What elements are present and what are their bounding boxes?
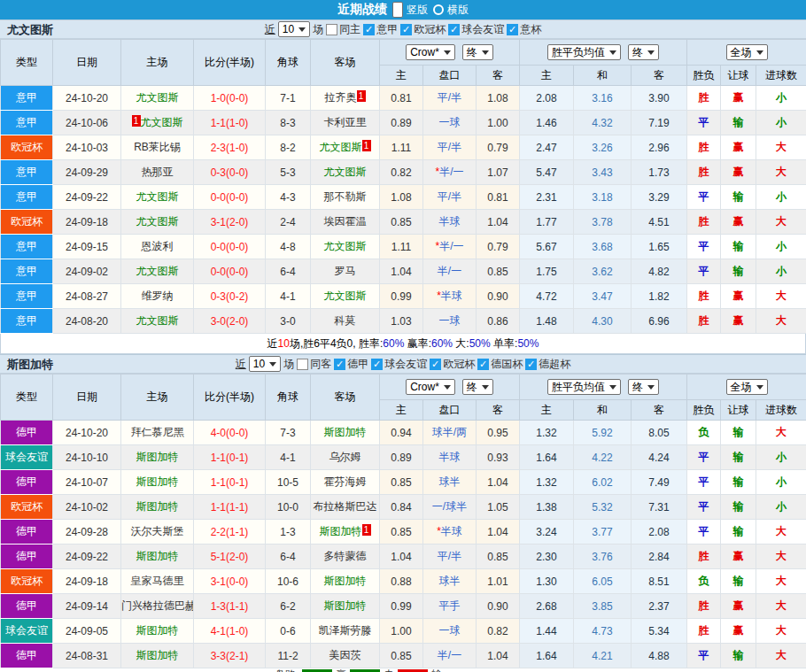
checkbox-icon[interactable]: ✓ — [334, 359, 345, 370]
table-row: 欧冠杯 24-09-18 皇家马德里 3-1(0-0) 10-6 斯图加特 0.… — [1, 569, 806, 594]
league-filter-0-2[interactable]: ✓球会友谊 — [448, 22, 504, 37]
odds-time-select[interactable]: 终 — [462, 44, 493, 60]
away-team[interactable]: 斯图加特1 — [311, 520, 380, 545]
odds-away: 1.04 — [477, 470, 520, 495]
corners: 10-0 — [266, 495, 311, 520]
result-wdl: 胜 — [687, 309, 721, 334]
league-filter-1-3[interactable]: ✓德国杯 — [477, 357, 523, 372]
checkbox-icon[interactable]: ✓ — [525, 359, 537, 370]
table-row: 意甲 24-09-15 恩波利 0-0(0-0) 4-8 尤文图斯 1.11 *… — [1, 235, 806, 259]
odds-home: 0.85 — [380, 470, 423, 495]
team-name: 尤文图斯 — [136, 314, 179, 327]
match-count-select[interactable]: 10 — [249, 356, 281, 372]
away-team[interactable]: 凯泽斯劳滕 — [311, 619, 380, 644]
mean-time-select[interactable]: 终 — [628, 44, 659, 60]
away-team[interactable]: 尤文图斯 — [311, 235, 380, 259]
league-filter-1-4[interactable]: ✓德超杯 — [525, 357, 570, 372]
league-filter-0-0[interactable]: ✓意甲 — [363, 22, 398, 37]
layout-radio-vertical[interactable]: 竖版 — [392, 2, 428, 18]
bookmaker-select[interactable]: Crow* — [406, 379, 455, 395]
checkbox-icon[interactable] — [326, 24, 337, 35]
home-team[interactable]: 斯图加特 — [121, 644, 194, 668]
home-team[interactable]: 门兴格拉德巴赫 — [121, 594, 194, 619]
home-team[interactable]: 斯图加特 — [121, 619, 194, 644]
layout-radio-horizontal[interactable]: 横版 — [433, 3, 469, 18]
period-select[interactable]: 全场 — [726, 44, 768, 60]
radio-selected-icon[interactable] — [392, 2, 403, 18]
mean-home: 2.08 — [520, 86, 574, 111]
away-team[interactable]: 卡利亚里 — [311, 111, 380, 135]
away-team[interactable]: 尤文图斯1 — [311, 135, 380, 160]
home-team[interactable]: 皇家马德里 — [121, 569, 194, 594]
away-team[interactable]: 乌尔姆 — [311, 445, 380, 470]
checkbox-icon[interactable]: ✓ — [430, 359, 441, 370]
near-link[interactable]: 近 — [265, 22, 275, 37]
checkbox-icon[interactable]: ✓ — [448, 24, 460, 35]
home-team[interactable]: 恩波利 — [121, 235, 194, 259]
checkbox-icon[interactable] — [297, 359, 308, 370]
away-team[interactable]: 那不勒斯 — [311, 185, 380, 210]
home-team[interactable]: 尤文图斯 — [121, 86, 194, 111]
league-badge: 意甲 — [1, 86, 53, 111]
period-select[interactable]: 全场 — [726, 379, 768, 395]
mean-odds-select[interactable]: 胜平负均值 — [547, 379, 621, 395]
league-filter-1-0[interactable]: ✓德甲 — [334, 357, 368, 372]
home-team[interactable]: 尤文图斯 — [121, 309, 194, 334]
score: 2-2(1-1) — [194, 520, 266, 545]
home-team[interactable]: 斯图加特 — [121, 495, 194, 520]
same-venue-filter[interactable]: 同主 — [326, 22, 360, 37]
match-count-select[interactable]: 10 — [278, 21, 310, 37]
away-team[interactable]: 斯图加特 — [311, 594, 380, 619]
home-team[interactable]: 拜仁慕尼黑 — [121, 421, 194, 445]
away-team[interactable]: 斯图加特 — [311, 421, 380, 445]
away-team[interactable]: 科莫 — [311, 309, 380, 334]
mean-away: 4.88 — [632, 644, 687, 668]
topbar: 近期战绩 竖版 横版 — [0, 0, 806, 19]
away-team[interactable]: 尤文图斯 — [311, 160, 380, 185]
away-team[interactable]: 罗马 — [311, 259, 380, 284]
home-team[interactable]: 尤文图斯 — [121, 259, 194, 284]
near-link[interactable]: 近 — [236, 357, 246, 372]
league-filter-1-1[interactable]: ✓球会友谊 — [371, 357, 427, 372]
checkbox-icon[interactable]: ✓ — [400, 24, 412, 35]
checkbox-icon[interactable]: ✓ — [477, 359, 489, 370]
home-team[interactable]: 热那亚 — [121, 160, 194, 185]
away-team[interactable]: 斯图加特 — [311, 569, 380, 594]
checkbox-icon[interactable]: ✓ — [371, 359, 383, 370]
away-team[interactable]: 埃因霍温 — [311, 210, 380, 235]
result-handicap: 赢 — [721, 160, 756, 185]
odds-time-select[interactable]: 终 — [462, 379, 493, 395]
bookmaker-select[interactable]: Crow* — [406, 44, 455, 60]
home-team[interactable]: 斯图加特 — [121, 470, 194, 495]
result-handicap: 输 — [721, 259, 756, 284]
away-team[interactable]: 布拉格斯巴达 — [311, 495, 380, 520]
home-team[interactable]: 斯图加特 — [121, 445, 194, 470]
checkbox-icon[interactable]: ✓ — [363, 24, 375, 35]
home-team[interactable]: 尤文图斯 — [121, 210, 194, 235]
away-team[interactable]: 美因茨 — [311, 644, 380, 668]
odds-home: 1.04 — [380, 545, 423, 569]
same-venue-filter[interactable]: 同客 — [297, 357, 331, 372]
home-team[interactable]: RB莱比锡 — [121, 135, 194, 160]
checkbox-icon[interactable]: ✓ — [507, 24, 518, 35]
home-team[interactable]: 尤文图斯 — [121, 185, 194, 210]
league-filter-1-2[interactable]: ✓欧冠杯 — [430, 357, 475, 372]
home-team[interactable]: 1尤文图斯 — [121, 111, 194, 135]
away-team[interactable]: 拉齐奥1 — [311, 86, 380, 111]
radio-unselected-icon[interactable] — [433, 4, 444, 15]
away-team[interactable]: 霍芬海姆 — [311, 470, 380, 495]
handicap: 半球 — [423, 445, 477, 470]
league-filter-0-3[interactable]: ✓意杯 — [507, 22, 541, 37]
league-filter-0-1[interactable]: ✓欧冠杯 — [400, 22, 446, 37]
away-team[interactable]: 尤文图斯 — [311, 284, 380, 309]
mean-odds-select[interactable]: 胜平负均值 — [547, 44, 621, 60]
odds-away: 1.04 — [477, 520, 520, 545]
home-team[interactable]: 维罗纳 — [121, 284, 194, 309]
sub-col-header: 客 — [632, 400, 687, 421]
mean-time-select[interactable]: 终 — [628, 379, 659, 395]
handicap: 球半 — [423, 569, 477, 594]
result-goals: 小 — [756, 470, 806, 495]
away-team[interactable]: 多特蒙德 — [311, 545, 380, 569]
home-team[interactable]: 沃尔夫斯堡 — [121, 520, 194, 545]
home-team[interactable]: 斯图加特 — [121, 545, 194, 569]
